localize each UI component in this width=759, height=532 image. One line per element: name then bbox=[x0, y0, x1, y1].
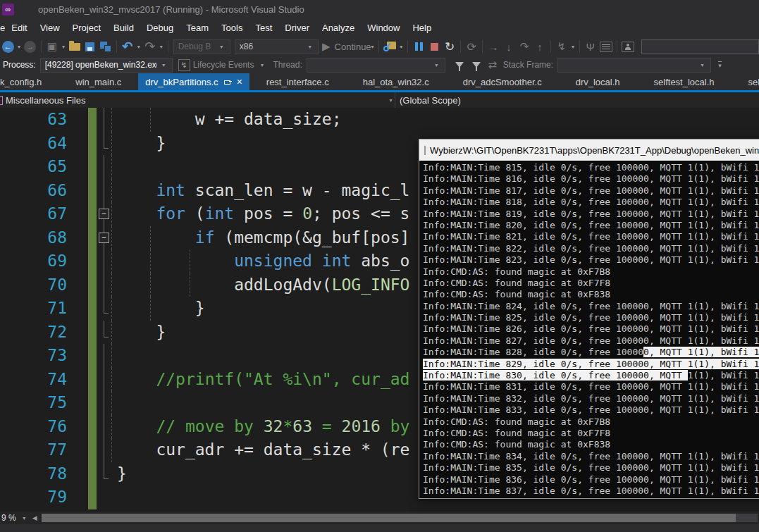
line-number[interactable]: 73 bbox=[0, 344, 67, 368]
thread-dropdown[interactable]: ▾ bbox=[307, 58, 445, 73]
line-number[interactable]: 75 bbox=[0, 391, 67, 415]
console-output[interactable]: Info:MAIN:Time 815, idle 0/s, free 10000… bbox=[419, 161, 759, 498]
title-bar[interactable]: ∞ openBeken_win32_mvsc2017 (Running) - M… bbox=[0, 0, 759, 18]
navigate-back-dropdown[interactable]: ▾ bbox=[16, 44, 23, 50]
tab-selftest_local-h[interactable]: selftest_local.h bbox=[637, 73, 732, 90]
menu-item-debug[interactable]: Debug bbox=[140, 20, 180, 36]
find-dropdown[interactable]: ▾ bbox=[397, 44, 405, 50]
break-all-button[interactable] bbox=[411, 38, 426, 55]
save-button[interactable] bbox=[82, 38, 98, 55]
line-number[interactable]: 68 bbox=[0, 226, 67, 250]
lifecycle-events-button[interactable]: Lifecycle Events bbox=[193, 60, 254, 70]
tab-drv_local-h[interactable]: drv_local.h bbox=[559, 73, 637, 90]
continue-dropdown[interactable]: ▾ bbox=[369, 44, 376, 50]
collapse-region-button[interactable]: − bbox=[99, 209, 109, 219]
menu-item-edit[interactable]: Edit bbox=[5, 20, 33, 36]
code-text[interactable]: w += data_size; bbox=[111, 108, 759, 132]
console-line: Info:MAIN:Time 815, idle 0/s, free 10000… bbox=[423, 162, 759, 173]
find-in-files-button[interactable] bbox=[382, 38, 397, 55]
indent-guide bbox=[111, 391, 112, 415]
show-threads-in-source-button[interactable]: Ψ bbox=[583, 38, 598, 55]
horizontal-scrollbar-thumb[interactable] bbox=[42, 514, 736, 522]
scope-dropdown[interactable]: (Global Scope) bbox=[400, 95, 461, 106]
line-number[interactable]: 76 bbox=[0, 415, 67, 439]
tab-label: selftest_local.h bbox=[654, 77, 715, 87]
collapse-region-button[interactable]: − bbox=[99, 233, 109, 243]
continue-button[interactable]: ▶ Continue bbox=[324, 38, 369, 55]
stack-frame-dropdown[interactable]: ▾ bbox=[557, 58, 711, 73]
tab-win_main-c[interactable]: win_main.c bbox=[58, 73, 138, 90]
menu-item-file-clipped[interactable]: e bbox=[0, 23, 5, 33]
line-number[interactable]: 66 bbox=[0, 179, 67, 203]
tab-drv_adcSmoother-c[interactable]: drv_adcSmoother.c bbox=[446, 73, 559, 90]
feedback-button[interactable] bbox=[620, 38, 636, 55]
stop-debugging-button[interactable] bbox=[426, 38, 442, 55]
undo-button[interactable]: ↶ bbox=[120, 38, 135, 55]
console-line: Info:MAIN:Time 833, idle 0/s, free 10000… bbox=[423, 404, 759, 416]
step-over-button[interactable]: ↷ bbox=[517, 38, 532, 55]
menu-item-test[interactable]: Test bbox=[249, 20, 278, 36]
tab-selftest_ws2812[interactable]: selftest_ws2812 bbox=[732, 73, 759, 90]
new-project-dropdown[interactable]: ▾ bbox=[60, 44, 67, 50]
line-number[interactable]: 67 bbox=[0, 202, 67, 226]
code-token: * bbox=[283, 417, 292, 435]
menu-item-analyze[interactable]: Analyze bbox=[316, 20, 361, 36]
line-number[interactable]: 71 bbox=[0, 297, 67, 321]
filter-icon[interactable] bbox=[455, 62, 464, 68]
menu-item-team[interactable]: Team bbox=[180, 20, 215, 36]
editor-zoom-dropdown[interactable]: 9 % ▾ bbox=[1, 513, 28, 523]
line-number[interactable]: 79 bbox=[0, 485, 67, 509]
step-into-button[interactable]: ↓ bbox=[501, 38, 517, 55]
menu-item-view[interactable]: View bbox=[34, 20, 66, 36]
menu-item-help[interactable]: Help bbox=[406, 20, 438, 36]
line-number[interactable]: 64 bbox=[0, 132, 67, 156]
process-dropdown[interactable]: [49228] openBeken_win32.exe ▾ bbox=[40, 58, 173, 73]
undo-dropdown[interactable]: ▾ bbox=[135, 44, 142, 50]
new-project-button[interactable]: ▣ bbox=[44, 38, 60, 55]
line-number[interactable]: 65 bbox=[0, 155, 67, 179]
toggle-just-my-code-icon[interactable]: ⇄ bbox=[485, 56, 500, 73]
solution-configuration-dropdown[interactable]: Debug B ▾ bbox=[173, 39, 230, 54]
navigate-forward-button[interactable]: → bbox=[23, 38, 38, 55]
lifecycle-events-dropdown[interactable]: ▾ bbox=[258, 62, 266, 68]
console-title-bar[interactable]: WybierzW:\GIT\OpenBK7231T\apps\OpenBK723… bbox=[419, 140, 759, 161]
menu-item-window[interactable]: Window bbox=[361, 20, 406, 36]
menu-item-project[interactable]: Project bbox=[66, 20, 107, 36]
line-number[interactable]: 70 bbox=[0, 273, 67, 297]
line-number[interactable]: 63 bbox=[0, 108, 67, 132]
clear-filter-icon[interactable] bbox=[472, 62, 481, 68]
apply-code-changes-button[interactable]: ⟳ bbox=[464, 38, 479, 55]
menu-item-tools[interactable]: Tools bbox=[215, 20, 249, 36]
menu-item-build[interactable]: Build bbox=[107, 20, 140, 36]
line-number[interactable]: 69 bbox=[0, 249, 67, 273]
step-out-button[interactable]: ↑ bbox=[532, 38, 548, 55]
diagnostic-tools-button[interactable]: ↯ bbox=[554, 38, 569, 55]
line-number[interactable]: 78 bbox=[0, 462, 67, 486]
pin-icon[interactable] bbox=[223, 78, 232, 86]
open-file-button[interactable] bbox=[67, 38, 82, 55]
diagnostic-tools-dropdown[interactable]: ▾ bbox=[569, 44, 576, 50]
toolbar-overflow-button[interactable]: ▾ bbox=[718, 61, 722, 68]
horizontal-scrollbar[interactable] bbox=[42, 514, 758, 522]
line-number[interactable]: 74 bbox=[0, 368, 67, 392]
tab-rest_interface-c[interactable]: rest_interface.c bbox=[249, 73, 346, 90]
line-number[interactable]: 72 bbox=[0, 321, 67, 345]
navigate-back-button[interactable]: ← bbox=[0, 38, 16, 55]
redo-button[interactable]: ↷ bbox=[142, 38, 158, 55]
show-next-statement-button[interactable]: → bbox=[486, 38, 501, 55]
lifecycle-events-icon[interactable]: ↯ bbox=[178, 59, 190, 71]
close-icon[interactable]: × bbox=[237, 77, 242, 87]
project-scope-dropdown[interactable]: Miscellaneous Files ▾ bbox=[6, 95, 395, 106]
line-number[interactable]: 77 bbox=[0, 438, 67, 462]
memory-window-button[interactable] bbox=[598, 38, 614, 55]
scroll-left-arrow[interactable]: ◀ bbox=[32, 514, 37, 521]
restart-button[interactable]: ↻ bbox=[442, 38, 457, 55]
tab-hal_ota_win32-c[interactable]: hal_ota_win32.c bbox=[346, 73, 446, 90]
solution-platform-dropdown[interactable]: x86 ▾ bbox=[235, 39, 319, 54]
tab-k_config-h[interactable]: k_config.h bbox=[0, 73, 58, 90]
redo-dropdown[interactable]: ▾ bbox=[158, 44, 165, 50]
menu-item-driver[interactable]: Driver bbox=[278, 20, 316, 36]
tab-drv_bkPartitions-c[interactable]: drv_bkPartitions.c× bbox=[138, 73, 249, 90]
toolbar-search-box[interactable] bbox=[641, 39, 759, 54]
save-all-button[interactable] bbox=[98, 38, 113, 55]
